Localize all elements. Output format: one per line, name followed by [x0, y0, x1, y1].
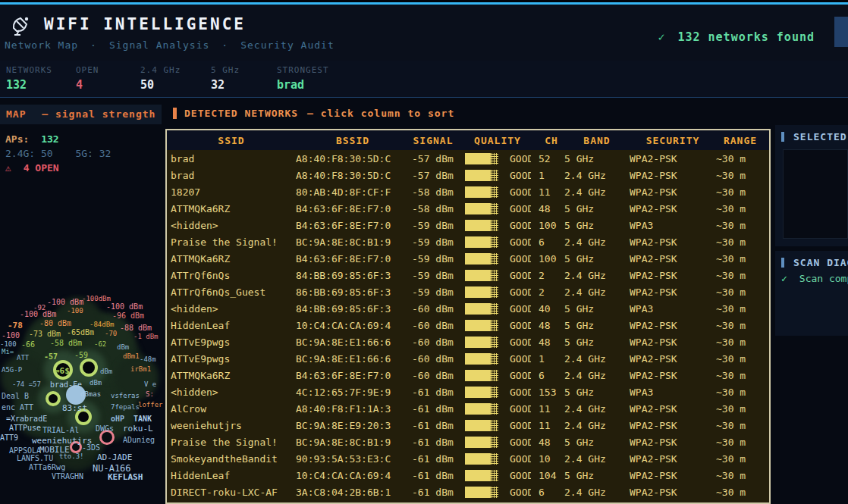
quality-bar-tail [491, 387, 498, 398]
security-cell: WPA2-PSK [630, 170, 716, 181]
column-header-signal[interactable]: SIGNAL [410, 135, 457, 146]
column-header-security[interactable]: SECURITY [630, 135, 716, 146]
satellite-dish-icon [10, 14, 33, 37]
quality-text: GOOD [510, 220, 531, 231]
table-row[interactable]: ATTMQKa6RZB4:63:6F:8E:F7:0-58 dBmGOOD485… [167, 200, 769, 217]
map-network-label: -100 [67, 308, 83, 315]
table-row[interactable]: <hidden>B4:63:6F:8E:F7:0-59 dBmGOOD1005 … [167, 217, 769, 233]
column-header-band[interactable]: BAND [564, 135, 630, 146]
range-cell: ~30 m [716, 437, 765, 448]
aps-label: APs: [5, 133, 29, 145]
map-network-label: dBm [100, 368, 112, 375]
table-row[interactable]: Praise the Signal!BC:9A:8E:8C:B1:9-61 dB… [167, 434, 769, 450]
table-row[interactable]: <hidden>4C:12:65:7F:9E:9-61 dBmGOOD1535 … [167, 383, 769, 400]
security-cell: WPA2-PSK [630, 153, 716, 164]
channel-cell: 6 [539, 370, 564, 381]
table-row[interactable]: HiddenLeaf10:C4:CA:CA:69:4-60 dBmGOOD485… [167, 317, 769, 333]
band-cell: 5 GHz [564, 387, 630, 398]
column-header-ssid[interactable]: SSID [167, 135, 296, 146]
range-cell: ~30 m [716, 487, 765, 498]
bssid-cell: BC:9A:8E:E1:66:6 [296, 353, 410, 365]
table-row[interactable]: ATTrQf6nQs84:BB:69:85:6F:3-59 dBmGOOD22.… [167, 267, 769, 283]
nav-item-security-audit[interactable]: Security Audit [240, 39, 334, 51]
table-row[interactable]: ATTMQKa6RZB4:63:6F:8E:F7:0-60 dBmGOOD62.… [167, 367, 769, 383]
quality-cell: GOOD [457, 420, 539, 431]
quality-text: GOOD [510, 370, 531, 381]
signal-cell: -59 dBm [410, 236, 457, 248]
table-row[interactable]: DIRECT-roku-LXC-AF3A:C8:04:2B:6B:1-61 dB… [167, 484, 769, 500]
channel-cell: 100 [539, 220, 564, 231]
quality-bar-tail [491, 286, 498, 298]
table-row[interactable]: AlCrowA8:40:F8:F1:1A:3-61 dBmGOOD112.4 G… [167, 400, 769, 417]
channel-cell: 2 [539, 286, 564, 298]
access-point-ring [80, 358, 98, 377]
signal-cell: -59 dBm [410, 286, 457, 298]
channel-cell: 52 [539, 153, 564, 164]
table-row[interactable]: 1820780:AB:4D:8F:CF:F-58 dBmGOOD112.4 GH… [167, 183, 769, 200]
band-cell: 5 GHz [564, 320, 630, 331]
quality-cell: GOOD [457, 403, 539, 415]
quality-bar-tail [491, 236, 498, 248]
quality-cell: GOOD [457, 387, 539, 398]
quality-text: GOOD [510, 487, 531, 498]
table-row[interactable]: Praise the Signal!BC:9A:8E:8C:B1:9-59 dB… [167, 233, 769, 250]
ssid-cell: Praise the Signal! [167, 437, 296, 448]
bssid-cell: 90:93:5A:53:E3:C [296, 453, 410, 465]
ssid-cell: HiddenLeaf [167, 470, 296, 481]
table-row[interactable]: HiddenLeaf10:C4:CA:CA:69:4-61 dBmGOOD104… [167, 467, 769, 484]
band-cell: 5 GHz [564, 470, 630, 481]
column-header-quality[interactable]: QUALITY [457, 135, 539, 146]
column-header-bssid[interactable]: BSSID [296, 135, 410, 146]
quality-cell: GOOD [457, 270, 539, 281]
quality-bar [465, 353, 491, 365]
table-body: bradA8:40:F8:30:5D:C-57 dBmGOOD525 GHzWP… [167, 150, 769, 504]
quality-cell: GOOD [457, 220, 539, 231]
security-cell: WPA3 [630, 387, 716, 398]
map-network-label: dBm1 [123, 353, 140, 360]
signal-strength-map[interactable]: -100 dBm-100dBm-100 dBm-92-100 dBm-96 dB… [0, 294, 164, 491]
column-header-range[interactable]: RANGE [716, 135, 765, 146]
quality-cell: GOOD [457, 253, 539, 265]
nav-item-network-map[interactable]: Network Map [5, 39, 78, 51]
bssid-cell: 10:C4:CA:CA:69:4 [296, 320, 410, 331]
bssid-cell: BC:9A:8E:8C:B1:9 [296, 437, 410, 448]
table-row[interactable]: ATTMQKa6RZB4:63:6F:8E:F7:0-59 dBmGOOD100… [167, 250, 769, 267]
ssid-cell: ATTrQf6nQs [167, 270, 296, 281]
quality-cell: GOOD [457, 437, 539, 448]
range-cell: ~30 m [716, 453, 765, 465]
table-row[interactable]: bradA8:40:F8:30:5D:C-57 dBmGOOD12.4 GHzW… [167, 167, 769, 183]
table-row[interactable]: ATTvE9pwgsBC:9A:8E:E1:66:6-60 dBmGOOD485… [167, 333, 769, 350]
signal-cell: -61 dBm [410, 470, 457, 481]
table-row[interactable]: bradA8:40:F8:30:5D:C-57 dBmGOOD525 GHzWP… [167, 150, 769, 167]
table-row[interactable]: ATTrQf6nQs_Guest86:BB:69:85:6F:3-59 dBmG… [167, 283, 769, 300]
quality-cell: GOOD [457, 337, 539, 348]
table-row[interactable]: <hidden>84:BB:69:85:6F:3-60 dBmGOOD405 G… [167, 300, 769, 317]
table-row[interactable]: SmokeyandtheBandit90:93:5A:53:E3:C-61 dB… [167, 450, 769, 467]
quality-bar-tail [491, 303, 498, 315]
range-cell: ~30 m [716, 320, 765, 331]
map-network-label: roku-L [123, 424, 153, 433]
table-row[interactable]: ATTvE9pwgsBC:9A:8E:E1:66:6-60 dBmGOOD12.… [167, 350, 769, 367]
column-header-ch[interactable]: CH [539, 135, 564, 146]
range-cell: ~30 m [716, 420, 765, 431]
map-network-label: -88 dBm [120, 324, 152, 332]
security-cell: WPA2-PSK [630, 487, 716, 498]
quality-bar-tail [491, 203, 498, 214]
table-row[interactable]: weeniehutjrsBC:9A:8E:E9:20:3-61 dBmGOOD1… [167, 417, 769, 434]
band-cell: 2.4 GHz [564, 236, 630, 248]
map-network-label: ATT [17, 355, 29, 362]
quality-text: GOOD [510, 320, 531, 331]
scan-status-line: ✓Scan complete [781, 273, 848, 284]
detected-networks-title: DETECTED NETWORKS — click column to sort [173, 106, 454, 120]
map-network-label: -59 [74, 352, 88, 359]
signal-cell: -61 dBm [410, 403, 457, 415]
quality-bar [465, 487, 491, 498]
security-cell: WPA2-PSK [630, 420, 716, 431]
header-action-button[interactable] [834, 17, 848, 47]
nav-separator: · [90, 39, 97, 51]
nav-item-signal-analysis[interactable]: Signal Analysis [109, 39, 209, 51]
open-networks-warning: 4 OPEN [24, 162, 59, 174]
security-cell: WPA2-PSK [630, 270, 716, 281]
quality-text: GOOD [510, 403, 531, 415]
map-title-main: MAP [6, 108, 26, 120]
